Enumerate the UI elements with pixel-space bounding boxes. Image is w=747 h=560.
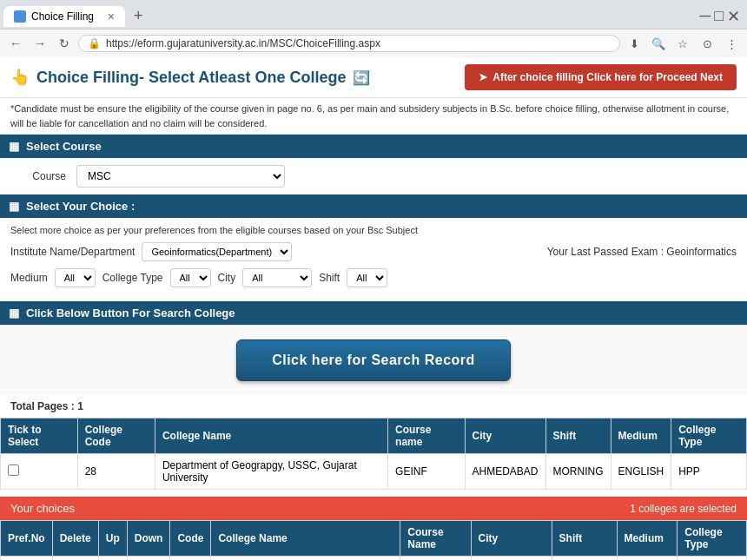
institute-select[interactable]: Geoinformatics(Department): [142, 242, 292, 261]
choice-city: AHMEDABAD: [471, 557, 552, 561]
select-course-grid-icon: ▦: [9, 140, 19, 153]
choice-type: HPP: [678, 557, 747, 561]
col-course: Course name: [388, 418, 465, 454]
last-exam-label: Your Last Passed Exam : Geoinformatics: [547, 246, 737, 258]
medium-select[interactable]: All: [55, 268, 96, 287]
lock-icon: 🔒: [88, 37, 101, 49]
tab-bar: Choice Filling × + ─ □ ✕: [0, 0, 747, 29]
col-city: City: [465, 418, 545, 454]
minimize-button[interactable]: ─: [699, 7, 711, 26]
filter-row: Institute Name/Department Geoinformatics…: [10, 242, 737, 261]
cell-tick[interactable]: [1, 454, 78, 490]
col-shift: Shift: [545, 418, 611, 454]
col-city2: City: [471, 521, 552, 557]
cell-medium: ENGLISH: [611, 454, 671, 490]
search-grid-icon: ▦: [9, 306, 19, 320]
proceed-btn-top-label: After choice filling Click here for Proc…: [492, 71, 723, 83]
institute-label: Institute Name/Department: [10, 246, 135, 258]
choices-table-body: 1 ✕ ▲ ▼ 28 Department of Geograpgy, USSC…: [1, 557, 747, 561]
page-title-text: Choice Filling- Select Atleast One Colle…: [36, 69, 346, 87]
course-label: Course: [14, 170, 66, 182]
forward-button[interactable]: →: [30, 33, 50, 54]
choice-row: 1 ✕ ▲ ▼ 28 Department of Geograpgy, USSC…: [1, 557, 747, 561]
choice-delete[interactable]: ✕: [52, 557, 98, 561]
refresh-button[interactable]: ↻: [54, 33, 75, 54]
search-section-header: ▦ Click Below Button For Search College: [0, 301, 747, 325]
choice-up[interactable]: ▲: [98, 557, 127, 561]
tab-close-button[interactable]: ×: [108, 10, 115, 23]
college-type-select[interactable]: All: [170, 268, 211, 287]
choices-header: Your choices 1 colleges are selected: [0, 497, 747, 520]
medium-label: Medium: [10, 272, 48, 284]
your-choices-section: Your choices 1 colleges are selected Pre…: [0, 497, 747, 560]
search-record-button[interactable]: Click here for Search Record: [236, 339, 511, 381]
back-button[interactable]: ←: [5, 33, 26, 54]
tick-checkbox[interactable]: [8, 464, 19, 476]
choices-count: 1 colleges are selected: [630, 503, 737, 515]
filter-row-2: Medium All College Type All City All Shi…: [10, 268, 737, 287]
cell-course: GEINF: [388, 454, 465, 490]
page-header: 👆 Choice Filling- Select Atleast One Col…: [0, 57, 747, 98]
cell-code: 28: [77, 454, 155, 490]
menu-button[interactable]: ⋮: [721, 33, 742, 54]
page-title-section: 👆 Choice Filling- Select Atleast One Col…: [10, 68, 370, 87]
maximize-button[interactable]: □: [714, 7, 724, 26]
course-row: Course MSC: [0, 158, 747, 194]
results-table: Tick to Select College Code College Name…: [0, 418, 747, 490]
col-code: College Code: [77, 418, 155, 454]
url-text: https://eform.gujaratuniversity.ac.in/MS…: [106, 37, 611, 49]
cell-shift: MORNING: [545, 454, 611, 490]
download-button[interactable]: ⬇: [624, 33, 645, 54]
col-down: Down: [127, 521, 170, 557]
nav-right-icons: ⬇ 🔍 ☆ ⊙ ⋮: [624, 33, 742, 54]
new-tab-button[interactable]: +: [125, 3, 152, 29]
col-shift2: Shift: [552, 521, 617, 557]
city-label: City: [218, 272, 236, 284]
active-tab[interactable]: Choice Filling ×: [3, 6, 125, 27]
close-window-button[interactable]: ✕: [727, 7, 740, 26]
college-type-label: College Type: [102, 272, 163, 284]
warning-text: *Candidate must be ensure the eligibilit…: [0, 98, 747, 135]
proceed-arrow-icon: ➤: [479, 71, 487, 83]
choices-table-header: Pref.No Delete Up Down Code College Name…: [1, 521, 747, 557]
select-course-section: ▦ Select Course Course MSC: [0, 135, 747, 194]
select-choice-section: ▦ Select Your Choice : Select more choic…: [0, 194, 747, 301]
course-select[interactable]: MSC: [76, 165, 285, 188]
col-type2: College Type: [678, 521, 747, 557]
select-choice-grid-icon: ▦: [9, 200, 19, 213]
col-medium2: Medium: [617, 521, 678, 557]
proceed-next-button-top[interactable]: ➤ After choice filling Click here for Pr…: [465, 64, 737, 90]
select-choice-header: ▦ Select Your Choice :: [0, 194, 747, 218]
profile-button[interactable]: ⊙: [697, 33, 717, 54]
refresh-page-icon[interactable]: 🔄: [353, 69, 370, 86]
tab-title: Choice Filling: [31, 10, 94, 23]
col-course2: Course Name: [400, 521, 471, 557]
choice-info-text: Select more choice as per your preferenc…: [10, 225, 737, 235]
search-button-area: Click here for Search Record: [0, 325, 747, 395]
select-course-title: Select Course: [26, 140, 102, 153]
results-table-body: 28 Department of Geograpgy, USSC, Gujara…: [1, 454, 747, 490]
col-up: Up: [98, 521, 127, 557]
results-section: Total Pages : 1 Tick to Select College C…: [0, 395, 747, 490]
shift-select[interactable]: All: [347, 268, 387, 287]
choices-header-row: Pref.No Delete Up Down Code College Name…: [1, 521, 747, 557]
col-tick: Tick to Select: [1, 418, 78, 454]
col-code2: Code: [170, 521, 211, 557]
col-delete: Delete: [52, 521, 98, 557]
choice-shift: MORNING: [552, 557, 617, 561]
col-name2: College Name: [211, 521, 400, 557]
city-select[interactable]: All: [242, 268, 312, 287]
choice-body: Select more choice as per your preferenc…: [0, 218, 747, 301]
hand-icon: 👆: [10, 68, 30, 87]
browser-chrome: Choice Filling × + ─ □ ✕ ← → ↻ 🔒 https:/…: [0, 0, 747, 57]
search-section-title: Click Below Button For Search College: [26, 306, 235, 320]
col-pref: Pref.No: [1, 521, 53, 557]
search-engine-button[interactable]: 🔍: [648, 33, 669, 54]
choice-down[interactable]: ▼: [127, 557, 170, 561]
search-section: ▦ Click Below Button For Search College …: [0, 301, 747, 395]
url-bar[interactable]: 🔒 https://eform.gujaratuniversity.ac.in/…: [78, 35, 620, 52]
bookmark-button[interactable]: ☆: [672, 33, 693, 54]
cell-city: AHMEDABAD: [465, 454, 545, 490]
page-content: 👆 Choice Filling- Select Atleast One Col…: [0, 57, 747, 560]
col-type: College Type: [671, 418, 747, 454]
